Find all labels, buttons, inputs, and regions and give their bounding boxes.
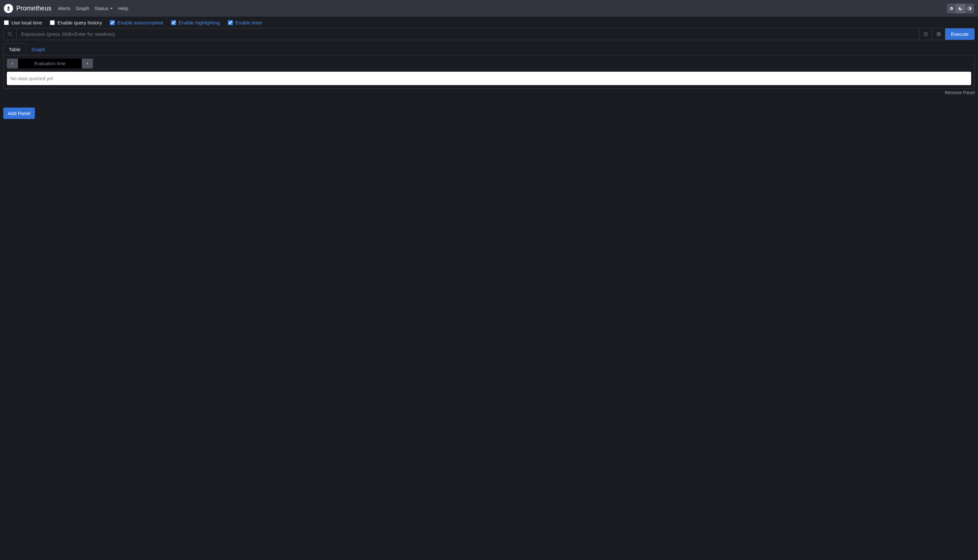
expression-input[interactable] bbox=[17, 28, 919, 40]
query-history-label[interactable]: Enable query history bbox=[57, 20, 102, 25]
local-time-checkbox[interactable] bbox=[4, 20, 9, 25]
navbar: Prometheus Alerts Graph Status Help bbox=[0, 0, 978, 17]
opt-query-history: Enable query history bbox=[50, 20, 102, 25]
opt-use-local-time: Use local time bbox=[4, 20, 42, 25]
search-icon bbox=[7, 32, 12, 37]
tab-graph[interactable]: Graph bbox=[26, 43, 51, 55]
theme-auto-button[interactable] bbox=[947, 3, 956, 13]
svg-point-1 bbox=[8, 32, 11, 35]
nav-help[interactable]: Help bbox=[118, 5, 128, 11]
linter-checkbox[interactable] bbox=[228, 20, 233, 25]
prometheus-logo-icon bbox=[4, 4, 13, 13]
time-decrease-button[interactable] bbox=[7, 59, 18, 68]
theme-contrast-button[interactable] bbox=[965, 3, 974, 13]
tab-table[interactable]: Table bbox=[3, 43, 26, 55]
options-bar: Use local time Enable query history Enab… bbox=[0, 17, 978, 28]
opt-linter: Enable linter bbox=[228, 20, 262, 25]
theme-switch bbox=[947, 3, 974, 13]
opt-autocomplete: Enable autocomplete bbox=[110, 20, 163, 25]
indent-icon bbox=[923, 32, 928, 37]
opt-highlighting: Enable highlighting bbox=[171, 20, 220, 25]
autocomplete-checkbox[interactable] bbox=[110, 20, 115, 25]
chevron-left-icon bbox=[11, 62, 14, 65]
svg-line-2 bbox=[10, 35, 12, 36]
highlighting-checkbox[interactable] bbox=[171, 20, 176, 25]
brand-text: Prometheus bbox=[16, 5, 52, 12]
remove-panel-button[interactable]: Remove Panel bbox=[945, 90, 975, 95]
format-button[interactable] bbox=[919, 28, 932, 40]
moon-icon bbox=[958, 6, 963, 11]
caret-down-icon bbox=[110, 8, 113, 9]
local-time-label[interactable]: Use local time bbox=[12, 20, 42, 25]
nav-status[interactable]: Status bbox=[95, 5, 113, 11]
globe-icon bbox=[936, 32, 941, 37]
svg-rect-5 bbox=[925, 35, 928, 35]
tab-content: No data queried yet bbox=[3, 55, 975, 89]
highlighting-label[interactable]: Enable highlighting bbox=[179, 20, 220, 25]
linter-label[interactable]: Enable linter bbox=[235, 20, 262, 25]
tabs: Table Graph bbox=[3, 43, 975, 55]
evaluation-time-group bbox=[7, 59, 93, 68]
contrast-icon bbox=[967, 6, 972, 11]
theme-dark-button[interactable] bbox=[956, 3, 965, 13]
expression-row: Execute bbox=[3, 28, 975, 40]
time-increase-button[interactable] bbox=[82, 59, 93, 68]
add-panel-row: Add Panel bbox=[3, 108, 975, 119]
metrics-explorer-button[interactable] bbox=[3, 28, 17, 40]
nav-links: Alerts Graph Status Help bbox=[58, 5, 128, 11]
evaluation-time-input[interactable] bbox=[18, 59, 82, 68]
svg-rect-3 bbox=[924, 33, 928, 33]
explain-button[interactable] bbox=[932, 28, 945, 40]
autocomplete-label[interactable]: Enable autocomplete bbox=[117, 20, 163, 25]
svg-rect-4 bbox=[925, 33, 928, 34]
nav-alerts[interactable]: Alerts bbox=[58, 5, 70, 11]
chevron-right-icon bbox=[86, 62, 89, 65]
add-panel-button[interactable]: Add Panel bbox=[3, 108, 35, 119]
nav-graph[interactable]: Graph bbox=[76, 5, 89, 11]
query-history-checkbox[interactable] bbox=[50, 20, 55, 25]
gear-icon bbox=[949, 6, 953, 11]
execute-button[interactable]: Execute bbox=[945, 28, 975, 40]
brand[interactable]: Prometheus bbox=[4, 4, 52, 13]
nav-status-label: Status bbox=[95, 5, 108, 11]
panel-footer: Remove Panel bbox=[3, 90, 975, 95]
data-result-box: No data queried yet bbox=[7, 72, 971, 85]
svg-rect-6 bbox=[924, 35, 928, 36]
